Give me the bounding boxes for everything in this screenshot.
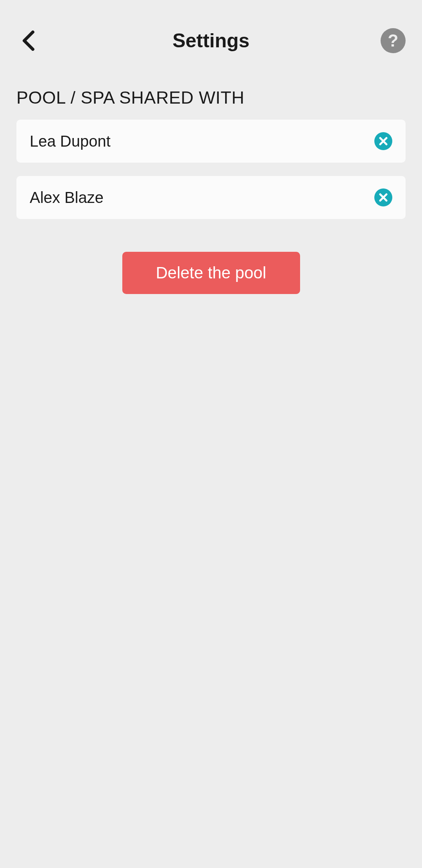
chevron-left-icon xyxy=(21,30,37,51)
remove-user-button[interactable] xyxy=(374,188,392,206)
close-icon xyxy=(379,193,388,202)
help-button[interactable]: ? xyxy=(381,28,406,53)
question-mark-icon: ? xyxy=(388,31,399,50)
remove-user-button[interactable] xyxy=(374,132,392,150)
header: Settings ? xyxy=(0,0,422,61)
shared-user-name: Alex Blaze xyxy=(30,189,104,206)
shared-user-item: Lea Dupont xyxy=(16,120,406,163)
close-icon xyxy=(379,137,388,145)
delete-pool-button[interactable]: Delete the pool xyxy=(122,252,300,294)
delete-button-wrapper: Delete the pool xyxy=(0,232,422,294)
shared-user-name: Lea Dupont xyxy=(30,133,111,150)
shared-users-list: Lea Dupont Alex Blaze xyxy=(0,120,422,219)
page-title: Settings xyxy=(172,29,249,52)
shared-user-item: Alex Blaze xyxy=(16,176,406,219)
section-heading: POOL / SPA SHARED WITH xyxy=(0,61,422,120)
back-button[interactable] xyxy=(16,28,41,53)
